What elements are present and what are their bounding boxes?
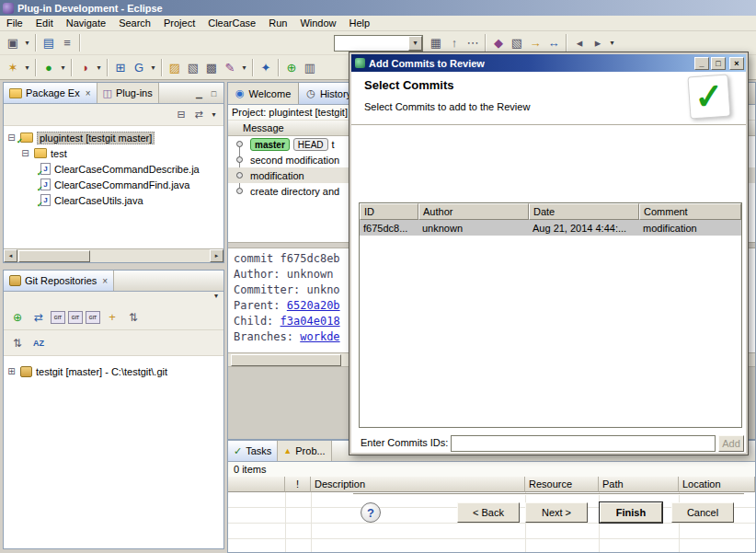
menu-window[interactable]: Window: [293, 17, 342, 29]
tree-row-folder[interactable]: ⊟ test: [4, 145, 223, 161]
new-junit-icon[interactable]: ⊞: [111, 58, 130, 76]
history-menu-icon[interactable]: ▾: [607, 34, 617, 52]
sort-az-icon[interactable]: AZ: [29, 334, 48, 352]
menu-file[interactable]: File: [0, 17, 29, 29]
plugin-icon[interactable]: ▩: [202, 58, 221, 76]
clone-repository-icon[interactable]: ⇄: [29, 308, 48, 327]
next-button[interactable]: Next >: [525, 502, 588, 523]
prev-next-icon[interactable]: ↔: [544, 34, 563, 52]
print-icon[interactable]: ≡: [58, 34, 76, 52]
column-header-path[interactable]: Path: [599, 477, 679, 492]
menu-navigate[interactable]: Navigate: [60, 17, 112, 29]
expand-expander-icon[interactable]: ⊞: [6, 366, 17, 376]
new-wizard-icon[interactable]: ▣: [4, 34, 22, 52]
toolbar-combo[interactable]: ▾: [334, 35, 423, 52]
menu-edit[interactable]: Edit: [29, 17, 60, 29]
plugin-view-icon[interactable]: ▥: [301, 58, 319, 76]
back-button[interactable]: < Back: [457, 502, 520, 523]
finish-button[interactable]: Finish: [600, 502, 662, 523]
scrollbar-thumb[interactable]: [18, 250, 90, 262]
debug-menu-icon[interactable]: ▾: [22, 58, 32, 76]
coverage-icon[interactable]: ◑: [75, 58, 94, 76]
help-button[interactable]: ?: [361, 502, 381, 523]
minimize-button[interactable]: _: [694, 57, 709, 70]
collapse-all-icon[interactable]: ⊟: [174, 108, 189, 122]
menu-help[interactable]: Help: [343, 17, 377, 29]
close-icon[interactable]: ×: [102, 276, 108, 286]
combo-dropdown-icon[interactable]: ▾: [408, 36, 422, 51]
commit-ids-input[interactable]: [451, 435, 716, 452]
column-header-resource[interactable]: Resource: [525, 477, 599, 492]
git-create-repository-icon[interactable]: GIT: [51, 311, 65, 324]
maximize-icon[interactable]: □: [208, 88, 220, 99]
scroll-left-icon[interactable]: ◂: [4, 249, 17, 262]
debug-icon[interactable]: ✶: [4, 58, 22, 76]
commit-table-row-selected[interactable]: f675dc8... unknown Aug 21, 2014 4:44:...…: [360, 220, 741, 236]
child-commit-link[interactable]: f3a04e018: [281, 315, 340, 328]
tree-row-file[interactable]: J✓ ClearCaseUtils.java: [4, 192, 223, 208]
add-repository-icon[interactable]: ⊕: [8, 308, 27, 327]
refresh-icon[interactable]: ⇅: [124, 308, 143, 327]
tab-package-explorer[interactable]: Package Ex ×: [4, 83, 97, 103]
last-edit-icon[interactable]: ↑: [445, 34, 464, 52]
filter-icon[interactable]: ⇅: [8, 334, 27, 352]
view-menu-icon[interactable]: ▾: [214, 292, 218, 305]
view-menu-icon[interactable]: ▾: [209, 106, 219, 124]
tree-row-project[interactable]: ⊟ ✓ plugintest [testgit master]: [4, 130, 223, 145]
tab-git-repositories[interactable]: Git Repositories ×: [4, 271, 114, 291]
mark-occurrences-icon[interactable]: ◆: [489, 34, 508, 52]
scrollbar-thumb[interactable]: [231, 354, 341, 366]
next-annotation-icon[interactable]: →: [526, 34, 544, 52]
collapse-expander-icon[interactable]: ⊟: [6, 132, 17, 143]
search-icon[interactable]: ✦: [257, 58, 275, 76]
column-header-id[interactable]: ID: [360, 203, 418, 220]
tree-row-repository[interactable]: ⊞ testgit [master] - C:\testgit\.git: [4, 363, 223, 379]
run-icon[interactable]: ●: [40, 58, 58, 76]
horizontal-scrollbar[interactable]: ◂ ▸: [4, 248, 223, 262]
coverage-menu-icon[interactable]: ▾: [94, 58, 104, 76]
save-icon[interactable]: ▤: [40, 34, 58, 52]
menu-clearcase[interactable]: ClearCase: [201, 17, 262, 29]
tree-row-file[interactable]: J✓ ClearCaseCommandDescribe.ja: [4, 161, 223, 177]
cancel-button[interactable]: Cancel: [671, 502, 734, 523]
commits-table-empty-area[interactable]: [360, 236, 741, 427]
minimize-icon[interactable]: ▁: [193, 88, 205, 99]
apply-patch-icon[interactable]: +: [103, 308, 121, 327]
generate-menu-icon[interactable]: ▾: [148, 58, 158, 76]
menu-search[interactable]: Search: [112, 17, 157, 29]
open-folder-icon[interactable]: ▨: [166, 58, 184, 76]
tree-row-file[interactable]: J✓ ClearCaseCommandFind.java: [4, 177, 223, 192]
more-actions-icon[interactable]: ⋯: [464, 34, 482, 52]
collapse-expander-icon[interactable]: ⊟: [20, 148, 30, 158]
paint-icon[interactable]: ✎: [221, 58, 239, 76]
maximize-button[interactable]: □: [711, 57, 726, 70]
column-header-author[interactable]: Author: [418, 203, 529, 220]
forward-icon[interactable]: ▸: [589, 34, 607, 52]
new-wizard-menu-icon[interactable]: ▾: [22, 34, 32, 52]
git-add-repository-icon[interactable]: GIT: [68, 311, 83, 324]
menu-project[interactable]: Project: [157, 17, 201, 29]
scroll-right-icon[interactable]: ▸: [210, 249, 223, 262]
add-button[interactable]: Add: [718, 435, 744, 452]
package-icon[interactable]: ▧: [184, 58, 202, 76]
back-icon[interactable]: ◂: [570, 34, 589, 52]
show-table-icon[interactable]: ▦: [427, 34, 445, 52]
new-package-icon[interactable]: ⊕: [282, 58, 301, 76]
column-header-priority[interactable]: !: [285, 477, 311, 492]
branch-link[interactable]: workde: [300, 330, 339, 343]
dialog-titlebar[interactable]: Add Commits to Review _ □ ×: [351, 54, 746, 72]
tab-plugins[interactable]: ◫ Plug-ins: [97, 83, 159, 103]
run-menu-icon[interactable]: ▾: [58, 58, 68, 76]
link-with-editor-icon[interactable]: ⇄: [191, 108, 206, 122]
tab-tasks[interactable]: ✓ Tasks: [228, 441, 278, 461]
close-icon[interactable]: ×: [86, 88, 91, 98]
tab-problems[interactable]: ▲ Prob...: [278, 441, 331, 461]
close-button[interactable]: ×: [729, 57, 744, 70]
column-header-description[interactable]: Description: [311, 477, 525, 492]
generate-icon[interactable]: G: [130, 58, 148, 76]
parent-commit-link[interactable]: 6520a20b: [287, 299, 340, 312]
annotations-icon[interactable]: ▧: [508, 34, 526, 52]
column-header-completion[interactable]: [228, 477, 285, 492]
column-header-date[interactable]: Date: [529, 203, 639, 220]
column-header-comment[interactable]: Comment: [639, 203, 741, 220]
